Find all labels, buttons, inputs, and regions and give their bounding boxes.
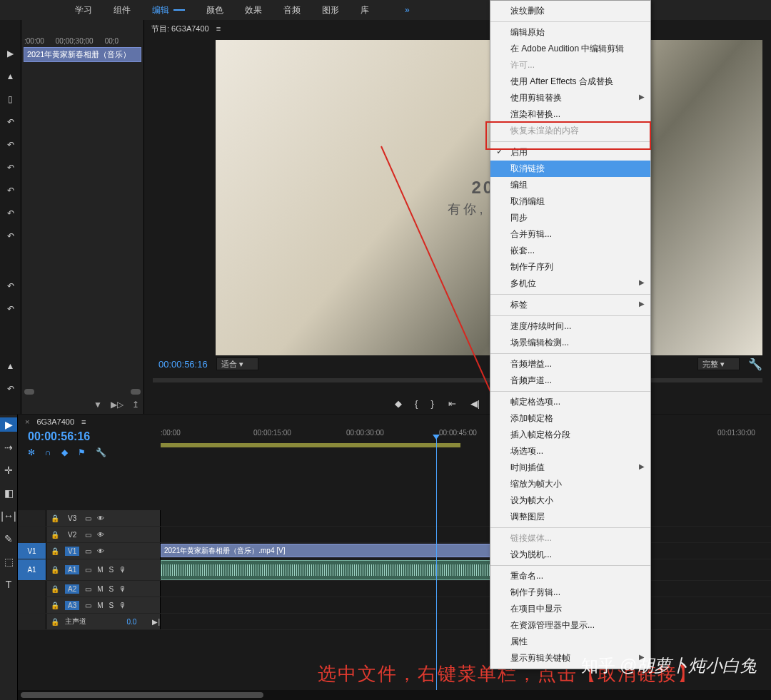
timeline-scroll[interactable]	[18, 690, 771, 700]
settings-icon[interactable]: 🔧	[96, 447, 106, 457]
tab-assembly[interactable]: 组件	[103, 4, 141, 16]
ctx-item[interactable]: 使用剪辑替换▶	[490, 90, 650, 106]
preview-viewport[interactable]: 202 有你, 有我,	[216, 40, 762, 355]
panel-menu-icon[interactable]: ≡	[81, 417, 86, 426]
source-clip[interactable]: 2021年黄家新春相册（音乐）	[24, 47, 141, 62]
undo-icon[interactable]: ↶	[7, 117, 14, 127]
step-back-icon[interactable]: ◀|	[470, 398, 480, 409]
tabs-overflow-icon[interactable]: »	[394, 5, 420, 15]
track-target[interactable]: V2	[65, 530, 79, 539]
close-sequence-icon[interactable]: ×	[25, 417, 29, 426]
ctx-item[interactable]: 在项目中显示	[490, 601, 650, 617]
ctx-item[interactable]: 音频增益...	[490, 356, 650, 372]
resolution-select[interactable]: 完整 ▾	[697, 357, 740, 370]
master-value[interactable]: 0.0	[126, 618, 136, 626]
sidebar-up-icon[interactable]: ▲	[6, 71, 15, 81]
lock-icon[interactable]: 🔒	[51, 566, 59, 574]
out-point-icon[interactable]: }	[430, 398, 433, 409]
ctx-item[interactable]: 制作子序列	[490, 259, 650, 275]
ctx-item[interactable]: 启用	[490, 144, 650, 161]
ctx-item[interactable]: 编组	[490, 177, 650, 193]
flag-icon[interactable]: ⚑	[78, 447, 86, 457]
video-clip[interactable]: 2021年黄家新春相册（音乐）.mp4 [V]	[161, 544, 503, 557]
work-area-bar[interactable]	[161, 443, 460, 447]
undo-icon[interactable]: ↶	[7, 304, 14, 314]
mute-button[interactable]: M	[97, 566, 103, 574]
ctx-item[interactable]: 取消编组	[490, 193, 650, 210]
solo-button[interactable]: S	[109, 602, 114, 609]
undo-icon[interactable]: ↶	[7, 186, 14, 196]
settings-wrench-icon[interactable]: 🔧	[748, 357, 762, 371]
sync-lock-icon[interactable]: ▭	[85, 547, 91, 555]
track-target[interactable]: A2	[65, 584, 79, 594]
ctx-item[interactable]: 标签▶	[490, 297, 650, 313]
undo-icon[interactable]: ↶	[7, 231, 14, 241]
zoom-fit-select[interactable]: 适合 ▾	[216, 357, 258, 370]
sequence-name[interactable]: 6G3A7400	[36, 417, 74, 426]
track-target[interactable]: A3	[65, 601, 79, 610]
mute-button[interactable]: M	[97, 602, 103, 609]
tab-library[interactable]: 库	[350, 4, 380, 16]
lock-icon[interactable]: 🔒	[51, 514, 59, 522]
ctx-item[interactable]: 编辑原始	[490, 24, 650, 41]
sidebar-up-icon[interactable]: ▲	[6, 361, 15, 371]
sync-lock-icon[interactable]: ▭	[85, 585, 91, 593]
ctx-item[interactable]: 渲染和替换...	[490, 106, 650, 123]
ctx-item[interactable]: 同步	[490, 210, 650, 226]
ctx-item[interactable]: 缩放为帧大小	[490, 476, 650, 492]
lock-icon[interactable]: 🔒	[51, 531, 59, 539]
insert-icon[interactable]: ▶▷	[111, 400, 124, 410]
tab-audio[interactable]: 音频	[273, 4, 311, 16]
audio-clip[interactable]	[161, 560, 503, 580]
undo-icon[interactable]: ↶	[7, 208, 14, 218]
program-scrubber[interactable]	[153, 375, 762, 392]
track-target[interactable]: V3	[65, 514, 79, 523]
track-target[interactable]: A1	[65, 565, 79, 574]
tab-edit[interactable]: 编辑	[141, 4, 196, 16]
timeline-timecode[interactable]: 00:00:56:16	[28, 430, 161, 443]
mic-icon[interactable]: 🎙	[119, 602, 126, 609]
razor-tool[interactable]: ◧	[0, 486, 17, 500]
ctx-item[interactable]: 场景编辑检测...	[490, 335, 650, 351]
lock-icon[interactable]: 🔒	[51, 547, 59, 555]
ctx-item[interactable]: 插入帧定格分段	[490, 427, 650, 443]
ctx-item[interactable]: 波纹删除	[490, 3, 650, 19]
panel-menu-icon[interactable]: ≡	[216, 24, 221, 33]
time-ruler[interactable]: :00:00 00:00:15:00 00:00:30:00 00:00:45:…	[161, 429, 771, 467]
lock-icon[interactable]: 🔒	[51, 585, 59, 593]
ctx-item[interactable]: 设为帧大小	[490, 492, 650, 509]
marker-icon[interactable]: ◆	[61, 447, 68, 457]
ctx-item[interactable]: 重命名...	[490, 568, 650, 584]
filter-icon[interactable]: ▼	[94, 400, 102, 410]
snap-icon[interactable]: ✻	[28, 447, 35, 457]
sidebar-play-icon[interactable]: ▶	[7, 49, 14, 59]
eye-icon[interactable]: 👁	[97, 547, 104, 555]
slip-tool[interactable]: |↔|	[0, 509, 17, 523]
export-icon[interactable]: ↥	[132, 400, 139, 410]
ctx-item[interactable]: 合并剪辑...	[490, 226, 650, 243]
tab-effects[interactable]: 效果	[234, 4, 273, 16]
linked-sel-icon[interactable]: ∩	[45, 447, 51, 457]
ctx-item[interactable]: 属性	[490, 634, 650, 650]
type-tool[interactable]: T	[0, 577, 17, 592]
source-patch-a1[interactable]: A1	[18, 559, 46, 580]
source-patch-v1[interactable]: V1	[18, 543, 46, 559]
eye-icon[interactable]: 👁	[97, 514, 104, 522]
ctx-item[interactable]: 添加帧定格	[490, 410, 650, 427]
tab-graphics[interactable]: 图形	[311, 4, 350, 16]
eye-icon[interactable]: 👁	[97, 531, 104, 539]
ctx-item[interactable]: 多机位▶	[490, 275, 650, 292]
goto-in-icon[interactable]: ⇤	[448, 398, 456, 409]
ctx-item[interactable]: 调整图层	[490, 509, 650, 525]
hand-tool[interactable]: ⬚	[0, 554, 17, 569]
solo-button[interactable]: S	[109, 585, 114, 593]
ctx-item[interactable]: 在资源管理器中显示...	[490, 617, 650, 634]
ctx-item[interactable]: 速度/持续时间...	[490, 318, 650, 335]
mic-icon[interactable]: 🎙	[119, 566, 126, 574]
ctx-item[interactable]: 取消链接	[490, 161, 650, 177]
source-scroll[interactable]	[21, 388, 143, 395]
ctx-item[interactable]: 在 Adobe Audition 中编辑剪辑	[490, 41, 650, 57]
mic-icon[interactable]: 🎙	[119, 585, 126, 593]
undo-icon[interactable]: ↶	[7, 281, 14, 291]
ctx-item[interactable]: 设为脱机...	[490, 547, 650, 563]
